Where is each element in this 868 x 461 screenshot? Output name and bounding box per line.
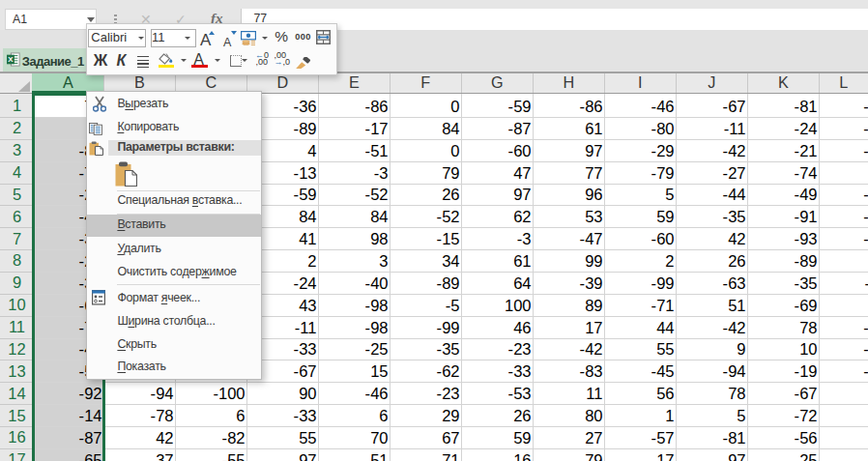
svg-text:X: X <box>8 55 14 64</box>
